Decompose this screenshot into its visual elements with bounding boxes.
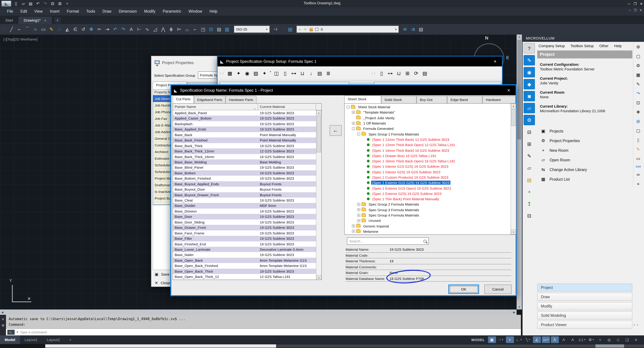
panel-edit-icon[interactable]: ✎ [636,82,640,87]
dialog-title-bar[interactable]: ◣ Specification Group Name: Formula Spec… [171,85,516,95]
dim-style-icon[interactable]: ⊣ [272,26,279,32]
viewport-label[interactable]: [-][Top][2D Wireframe] [3,37,38,41]
table-row[interactable]: Base_Applied_Ends19 G2S Sublime 3023 [173,127,321,132]
scroll-up-icon[interactable]: ▲ [511,104,516,109]
taskbar-app-segment[interactable] [45,344,276,348]
action-change-active-library[interactable]: ⇆Change Active Library [540,165,630,174]
dialog-close-icon[interactable]: ✕ [504,88,513,92]
canvas-vertical-scrollbar[interactable]: ▲ ▼ [516,34,522,310]
notes-button[interactable]: ✎ [524,151,535,161]
table-row[interactable]: Base_Open_Back_Thick19 G2S Sublime 3023 [173,268,321,274]
tree-node[interactable]: (Spec 1 Thin Back) Point Material Manual… [344,196,516,202]
scroll-thumb[interactable] [317,116,321,153]
wizard-arrow-icon[interactable]: ✦ [260,70,269,76]
panel-frame-icon[interactable]: ▢ [636,54,640,59]
command-dropdown-icon[interactable]: ▾ [17,331,18,334]
layer-color-swatch[interactable] [315,28,318,31]
table-row[interactable]: Base_BackPoint Material Manually [173,132,321,138]
part-tab[interactable]: Hardware Parts [226,96,256,103]
point-tool-icon[interactable]: ∴ [56,26,63,32]
table-row[interactable]: Applied_Back_Panel19 G2S Sublime 3023 [173,110,321,116]
tree-node[interactable]: +Spec Group 3 Formula Materials [344,207,516,212]
sketch-tool-icon[interactable]: ✎ [48,26,55,32]
table-row[interactable]: Base_Drawer_Front19 G2S Sublime 3023 [173,225,321,230]
file-export-button[interactable]: ↥ [524,198,535,209]
dynamic-input-toggle[interactable]: +▾ [506,336,514,343]
import-spec-icon[interactable]: ↓ [307,70,315,76]
tree-node[interactable]: (Spec 1 12mm Thick Back) 12 G2S Sublime … [344,137,516,142]
layout1-tab[interactable]: Layout1 [20,335,42,344]
table-row[interactable]: Base_Open_Back6mm Template Melamine G1S [173,258,321,263]
panel-renumber-icon[interactable]: 4,5,6 [636,165,641,168]
tree-node[interactable]: (Spec 1 Drawer Box) 16 G2S Tafisa L191 [344,153,516,158]
panel-link-icon[interactable]: ∞ [637,172,640,177]
insert-block-icon[interactable]: ⊡ [208,26,214,32]
app-logo-icon[interactable]: ◣ [1,1,11,7]
menu-item[interactable]: Help [206,7,221,16]
table-row[interactable]: Base_DividerMDF 6mm [173,203,321,208]
model-tab[interactable]: Model [0,335,20,344]
tree-expander[interactable]: + [352,224,355,227]
tree-node-selected[interactable]: (Spec 1 Exterior G1S G2S) 19 G2S Sublime… [344,180,516,185]
material-search-box[interactable]: Search... [347,237,429,245]
panel-menu-item[interactable]: Other [599,44,608,48]
object-snap-toggle[interactable]: ▭▾ [542,336,550,343]
layer-sun-icon[interactable]: ☀ [304,27,307,31]
panel-header[interactable]: MICROVELLUM [522,34,644,42]
cancel-button[interactable]: Cancel [484,285,512,294]
redo-icon[interactable]: ↷ [42,1,48,6]
vertical-scroll-thumb[interactable] [517,40,521,140]
layer-combo-arrow-icon[interactable]: ▾ [395,28,396,31]
table-row[interactable]: Backsplash19 G2S Sublime 3023 [173,121,321,127]
library-tab[interactable]: Edge Band Library [447,96,482,103]
dim-continue-icon[interactable]: ⊨ [176,26,182,32]
offset-tool-icon[interactable]: ∈ [72,26,79,32]
current-material-column-header[interactable]: Current Material [258,104,316,110]
pager-right-icon[interactable]: › [637,323,638,327]
pointer-name-column-header[interactable]: Pointer Name▲ [173,104,258,110]
add-layout-button[interactable]: + [64,335,76,344]
panel-copy-icon[interactable]: ⊡ [636,100,640,105]
table-row[interactable]: Base_Finished_End19 G2S Sublime 3023 [173,241,321,247]
circle-tool-icon[interactable]: ○ [32,26,39,32]
menu-item[interactable]: Tools [83,7,99,16]
panel-window-icon[interactable]: ⊞ [636,119,640,124]
dialog-close-icon[interactable]: ✕ [491,59,499,64]
workspace-switch-button[interactable]: ⚙▾ [587,336,595,343]
command-input[interactable]: >_ ▾ Type a command [6,329,521,335]
ruler-button[interactable]: ▤ [524,175,535,185]
menu-item[interactable]: Modify [140,7,159,16]
table-row[interactable]: Base_Buyout_Applied_EndsBuyout Fronts [173,181,321,187]
category-product-viewer[interactable]: Product Viewer [537,321,632,329]
taskbar-tray-segment[interactable] [596,344,624,348]
tree-node[interactable]: +"Template Materials" [344,110,516,115]
table-row[interactable]: Base_Open_Back_Finished6mm Template Mela… [173,263,321,269]
part-tab[interactable]: Edgeband Parts [194,96,226,103]
restore-icon[interactable]: ❐ [634,2,636,5]
tree-expander[interactable]: + [357,219,360,222]
panel-settings-icon[interactable]: ⚙ [636,44,640,49]
action-projects[interactable]: ▣Projects [540,126,630,136]
menu-item[interactable]: Draw [99,7,115,16]
scroll-right-icon[interactable]: ▶ [513,311,515,314]
print-button[interactable]: ⊟ [524,210,535,221]
compass-east-label[interactable]: E [506,55,509,60]
table-row[interactable]: Base_Loose_LaminateDecorative Laminate 0… [173,247,321,252]
table-row[interactable]: Base_Filler19 G2S Sublime 3023 [173,236,321,241]
ok-button[interactable]: OK [448,285,479,294]
tree-expander[interactable]: - [357,133,360,136]
tree-expander[interactable]: + [357,208,360,211]
customization-button[interactable]: ≡▾ [632,336,640,343]
isometric-drafting-toggle[interactable]: ╲▾ [524,336,532,343]
action-product-list[interactable]: ▦Product List [540,174,630,184]
command-close-icon[interactable]: ✕ [0,318,6,321]
scroll-left-icon[interactable]: ◀ [1,311,3,314]
panel-unlink-icon[interactable]: ∝ [637,181,640,186]
layout2-tab[interactable]: Layout2 [42,335,64,344]
table-tool-icon[interactable]: ▤ [216,26,222,32]
rotate-tool-icon[interactable]: ↺ [80,26,87,32]
tree-node[interactable]: -Spec Group 1 Formula Materials [344,131,516,137]
tree-node[interactable]: +Spec Group 4 Formula Materials [344,212,516,218]
tree-node[interactable]: -Sheet Stock Material [344,104,516,110]
tab-close-icon[interactable]: ✕ [44,19,46,22]
